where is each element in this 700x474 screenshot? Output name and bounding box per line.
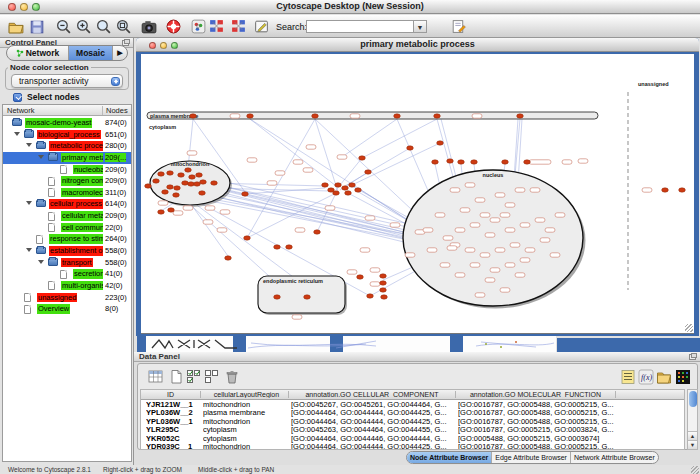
network-canvas[interactable]: plasma membranecytoplasmmitochondrionnuc… [141, 54, 694, 334]
network-node[interactable] [485, 233, 495, 237]
select-all-attributes-icon[interactable] [186, 369, 202, 385]
table-scrollbar[interactable]: ▲ ▼ [687, 389, 698, 450]
tab-mosaic[interactable]: Mosaic [69, 46, 113, 60]
network-node[interactable] [550, 253, 560, 257]
network-node[interactable] [153, 179, 160, 183]
network-node[interactable] [427, 248, 437, 252]
network-node[interactable] [370, 268, 380, 272]
network-node[interactable] [423, 228, 433, 232]
new-attribute-icon[interactable] [168, 369, 184, 385]
network-node[interactable] [322, 183, 329, 187]
network-node[interactable] [360, 248, 370, 252]
data-panel-float-icon[interactable] [689, 354, 696, 360]
network-node[interactable] [349, 183, 356, 187]
tree-row-secretion[interactable]: secretion41(0) [3, 268, 131, 280]
zoom-selected-icon[interactable] [115, 18, 132, 35]
network-node[interactable] [203, 220, 213, 224]
network-node[interactable] [472, 114, 482, 118]
network-node[interactable] [244, 236, 251, 240]
network-node[interactable] [188, 182, 195, 186]
network-node[interactable] [312, 114, 319, 118]
attribute-select-icon[interactable] [148, 369, 164, 385]
attribute-table-header[interactable]: ID_cellularLayoutRegionannotation.GO CEL… [141, 390, 684, 400]
snapshot-icon[interactable] [140, 18, 157, 35]
network-node[interactable] [578, 159, 588, 163]
unselect-all-attributes-icon[interactable] [204, 369, 220, 385]
tree-row-unassigned[interactable]: unassigned223(0) [3, 292, 131, 304]
search-input[interactable] [306, 20, 413, 33]
network-node[interactable] [535, 218, 545, 222]
network-node[interactable] [187, 151, 197, 155]
network-node[interactable] [679, 188, 686, 192]
network-node[interactable] [333, 191, 340, 195]
network-node[interactable] [455, 228, 465, 232]
network-node[interactable] [325, 206, 335, 210]
network-node[interactable] [381, 295, 388, 299]
network-close-button[interactable] [149, 42, 156, 49]
network-edge[interactable] [250, 119, 336, 186]
network-node[interactable] [380, 288, 387, 292]
network-zoom-button[interactable] [171, 42, 178, 49]
matrix-icon[interactable] [675, 369, 691, 385]
network-node[interactable] [345, 191, 352, 195]
tree-row-macromolecule[interactable]: macromolecule311(0) [3, 187, 131, 199]
app-resize-grip[interactable] [691, 466, 699, 474]
network-node[interactable] [267, 181, 277, 185]
tree-row-overview[interactable]: Overview8(0) [3, 303, 131, 315]
network-node[interactable] [440, 263, 450, 267]
network-node[interactable] [475, 198, 485, 202]
network-node[interactable] [407, 146, 414, 150]
show-all-icon[interactable] [230, 18, 247, 35]
table-row[interactable]: YJR121W__1mitochondrion[GO:0045267, GO:0… [141, 401, 684, 409]
expander-icon[interactable] [14, 132, 20, 136]
network-node[interactable] [529, 160, 551, 164]
network-node[interactable] [447, 159, 454, 163]
network-node[interactable] [247, 114, 254, 118]
network-node[interactable] [355, 188, 362, 192]
network-node[interactable] [357, 275, 364, 279]
network-node[interactable] [530, 188, 540, 192]
network-node[interactable] [471, 160, 478, 164]
tab-network[interactable]: Network [7, 46, 69, 60]
network-node[interactable] [490, 218, 500, 222]
network-node[interactable] [286, 245, 293, 249]
tree-row-metabolic-process[interactable]: metabolic process280(0) [3, 140, 131, 152]
table-row[interactable]: YLR295Ccytoplasm[GO:0045263, GO:0044464,… [141, 426, 684, 434]
network-node[interactable] [485, 278, 495, 282]
scroll-up-arrow[interactable]: ▲ [688, 431, 697, 440]
edit-network-icon[interactable] [450, 18, 467, 35]
network-node[interactable] [517, 114, 524, 118]
network-node[interactable] [274, 245, 281, 249]
tree-row-response-to-stimul[interactable]: response to stimul264(0) [3, 233, 131, 245]
network-node[interactable] [380, 281, 387, 285]
network-node[interactable] [540, 238, 550, 242]
scroll-down-arrow[interactable]: ▼ [688, 440, 697, 449]
table-row[interactable]: YKR052Ccytoplasm[GO:0044464, GO:0044446,… [141, 435, 684, 443]
network-node[interactable] [500, 213, 510, 217]
attribute-list-icon[interactable] [620, 369, 636, 385]
delete-attribute-icon[interactable] [224, 369, 240, 385]
select-nodes-checkbox[interactable] [13, 93, 22, 102]
column-header[interactable]: _cellularLayoutRegion [201, 391, 289, 398]
tab-overflow-arrow[interactable]: ▶ [113, 46, 127, 60]
help-icon[interactable] [165, 18, 182, 35]
network-node[interactable] [524, 160, 531, 164]
network-node[interactable] [515, 273, 525, 277]
app-titlebar[interactable]: Cytoscape Desktop (New Session) [0, 0, 700, 14]
network-minimize-button[interactable] [160, 42, 167, 49]
network-node[interactable] [314, 230, 321, 234]
network-node[interactable] [450, 188, 460, 192]
network-node[interactable] [495, 248, 505, 252]
table-row[interactable]: YPL036W__2plasma membrane[GO:0044464, GO… [141, 409, 684, 417]
network-node[interactable] [303, 168, 313, 172]
network-window-titlebar[interactable]: primary metabolic process [136, 38, 699, 52]
column-header[interactable]: annotation.GO MOLECULAR_FUNCTION [456, 391, 616, 398]
network-node[interactable] [500, 288, 510, 292]
tree-row-biological-process[interactable]: biological_process651(0) [3, 129, 131, 141]
network-node[interactable] [394, 114, 401, 118]
tree-row-cellular-process[interactable]: cellular process614(0) [3, 198, 131, 210]
tree-row-cellular-metabol[interactable]: cellular metabol209(0) [3, 210, 131, 222]
network-node[interactable] [220, 210, 230, 214]
network-node[interactable] [662, 188, 669, 192]
network-node[interactable] [432, 160, 439, 164]
